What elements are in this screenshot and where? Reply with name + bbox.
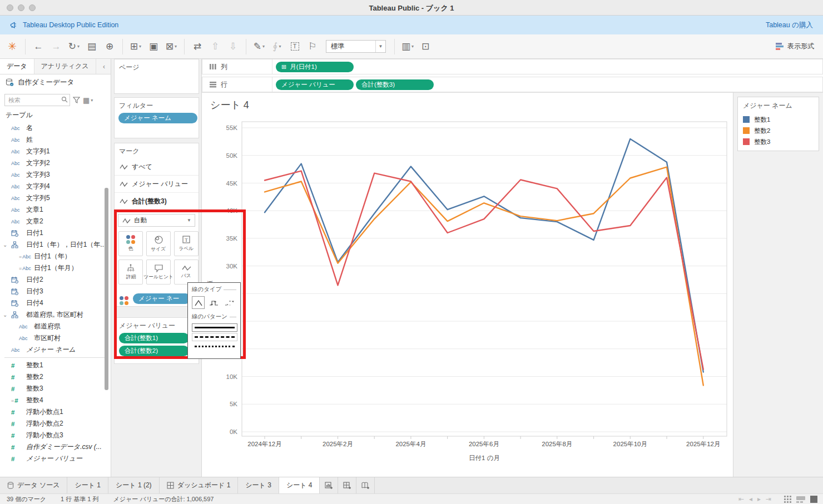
field-item[interactable]: Abc文字列3 xyxy=(0,169,111,181)
swap-axes-button[interactable]: ⇄ xyxy=(190,38,205,55)
field-item[interactable]: #浮動小数点1 xyxy=(0,406,111,418)
field-item[interactable]: Abc文章2 xyxy=(0,216,111,227)
field-item[interactable]: #メジャー バリュー xyxy=(0,453,111,465)
field-item[interactable]: Abc文字列2 xyxy=(0,157,111,169)
new-story-tab-button[interactable] xyxy=(356,477,375,493)
field-item[interactable]: #整数2 xyxy=(0,371,111,383)
marks-card-row[interactable]: メジャー バリュー xyxy=(115,176,199,193)
rows-shelf[interactable]: 行 メジャー バリュー合計(整数3) xyxy=(202,77,823,92)
maximize-window-icon[interactable] xyxy=(29,4,36,11)
line-type-jump-button[interactable] xyxy=(224,296,236,309)
highlight-button[interactable]: ✎▾ xyxy=(251,38,267,55)
field-item[interactable]: 日付3 xyxy=(0,286,111,297)
sheet-tab-シート 4[interactable]: シート 4 xyxy=(279,477,320,493)
sort-descending-button[interactable]: ⇩ xyxy=(225,38,241,55)
field-item[interactable]: =Abc日付1（年） xyxy=(0,251,111,262)
line-pattern-dotted-button[interactable] xyxy=(192,342,237,351)
field-item[interactable]: 日付1 xyxy=(0,227,111,239)
field-item[interactable]: #整数1 xyxy=(0,360,111,371)
field-item[interactable]: Abc都道府県 xyxy=(0,321,111,332)
expander-icon[interactable]: ⌄ xyxy=(3,312,7,318)
line-type-straight-button[interactable] xyxy=(192,296,205,309)
filter-pill[interactable]: メジャー ネーム xyxy=(118,113,197,123)
first-page-icon[interactable]: ⇤ xyxy=(738,495,744,503)
expander-icon[interactable]: ⌄ xyxy=(3,242,7,248)
minimize-window-icon[interactable] xyxy=(18,4,24,11)
field-item[interactable]: 日付4 xyxy=(0,297,111,309)
textbox-button[interactable]: T xyxy=(287,38,303,55)
presentation-button[interactable]: ⊡ xyxy=(418,38,433,55)
format-combobox[interactable]: 標準▼ xyxy=(326,40,386,53)
close-window-icon[interactable] xyxy=(7,4,13,11)
measure-values-pill[interactable]: 合計(整数1) xyxy=(119,333,189,343)
field-item[interactable]: Abc市区町村 xyxy=(0,332,111,344)
rows-pill[interactable]: メジャー バリュー xyxy=(276,79,354,90)
single-view-icon[interactable] xyxy=(810,496,817,503)
field-item[interactable]: #整数3 xyxy=(0,383,111,395)
sort-ascending-button[interactable]: ⇧ xyxy=(207,38,223,55)
last-page-icon[interactable]: ⇥ xyxy=(766,495,771,503)
collapse-pane-icon[interactable]: ‹ xyxy=(97,59,111,74)
buy-tableau-link[interactable]: Tableau の購入 xyxy=(766,21,813,30)
field-item[interactable]: Abc文字列4 xyxy=(0,181,111,192)
new-dashboard-tab-button[interactable] xyxy=(338,477,356,493)
field-item[interactable]: =Abc日付1（年月） xyxy=(0,262,111,274)
data-pane-tab-analytics[interactable]: アナリティクス xyxy=(34,59,96,74)
show-me-button[interactable]: 表示形式 xyxy=(775,42,814,51)
paperclip-button[interactable]: ∮▾ xyxy=(269,38,285,55)
search-input[interactable] xyxy=(4,94,70,106)
field-item[interactable]: 日付2 xyxy=(0,274,111,286)
save-button[interactable]: ▤ xyxy=(84,38,100,55)
sheet-tab-データ ソース[interactable]: データ ソース xyxy=(0,477,67,493)
legend-item[interactable]: 整数2 xyxy=(738,125,819,136)
labels-button[interactable]: ▥▾ xyxy=(400,38,415,55)
color-pill[interactable]: メジャー ネー xyxy=(133,293,191,304)
expand-field-icon[interactable]: ⊞ xyxy=(281,63,286,71)
redo-button[interactable]: ↻▾ xyxy=(66,38,82,55)
field-item[interactable]: Abc名 xyxy=(0,122,111,134)
mark-button-詳細[interactable]: 詳細 xyxy=(118,260,143,285)
sheet-tab-シート 1[interactable]: シート 1 xyxy=(67,477,108,493)
sidebar-scrollbar[interactable] xyxy=(105,188,108,390)
add-datasource-button[interactable]: ⊕ xyxy=(102,38,117,55)
field-item[interactable]: Abc文字列1 xyxy=(0,146,111,157)
tableau-logo-icon[interactable]: ✳ xyxy=(4,38,20,55)
duplicate-sheet-button[interactable]: ▣ xyxy=(146,38,161,55)
mark-button-ツールヒント[interactable]: ツールヒント xyxy=(146,260,171,285)
columns-shelf[interactable]: 列 ⊞月(日付1) xyxy=(202,59,823,74)
legend-item[interactable]: 整数3 xyxy=(738,136,819,147)
view-options-icon[interactable]: ▦▾ xyxy=(83,96,93,104)
sheet-tab-ダッシュボード 1[interactable]: ダッシュボード 1 xyxy=(160,477,239,493)
field-item[interactable]: ⌄都道府県, 市区町村 xyxy=(0,309,111,321)
new-worksheet-button[interactable]: ⊞▾ xyxy=(128,38,143,55)
data-pane-tab-data[interactable]: データ xyxy=(0,59,34,74)
next-page-icon[interactable]: ▸ xyxy=(757,495,761,503)
mark-button-ラベル[interactable]: Tラベル xyxy=(174,231,199,256)
forward-button[interactable]: → xyxy=(48,38,64,55)
marks-card-row[interactable]: 合計(整数3) xyxy=(115,193,199,210)
line-chart[interactable]: 0K5K10K15K20K25K30K35K40K45K50K55K2024年1… xyxy=(202,117,730,476)
field-item[interactable]: #浮動小数点3 xyxy=(0,430,111,441)
filter-fields-icon[interactable] xyxy=(73,97,80,103)
measure-values-pill[interactable]: 合計(整数2) xyxy=(119,346,189,356)
line-type-step-button[interactable] xyxy=(207,296,220,309)
back-button[interactable]: ← xyxy=(31,38,46,55)
legend-item[interactable]: 整数1 xyxy=(738,114,819,125)
field-item[interactable]: Abc姓 xyxy=(0,134,111,146)
prev-page-icon[interactable]: ◂ xyxy=(749,495,752,503)
field-item[interactable]: Abcメジャー ネーム xyxy=(0,344,111,356)
mark-button-パス[interactable]: パス xyxy=(174,260,199,285)
field-item[interactable]: Abc文字列5 xyxy=(0,192,111,204)
grid-view-icon[interactable] xyxy=(784,496,791,503)
sheet-tab-シート 1 (2)[interactable]: シート 1 (2) xyxy=(108,477,160,493)
rows-pill[interactable]: 合計(整数3) xyxy=(356,79,434,90)
sheet-tab-シート 3[interactable]: シート 3 xyxy=(238,477,279,493)
field-item[interactable]: ⌄日付1（年），日付1（年... xyxy=(0,239,111,251)
mark-button-色[interactable]: 色 xyxy=(118,231,143,256)
line-pattern-dashed-button[interactable] xyxy=(192,333,237,341)
datasource-item[interactable]: 自作ダミーデータ xyxy=(0,74,111,90)
columns-pill[interactable]: ⊞月(日付1) xyxy=(276,62,354,72)
mark-type-dropdown[interactable]: 自動 ▼ xyxy=(118,214,195,227)
field-item[interactable]: #浮動小数点2 xyxy=(0,418,111,430)
field-item[interactable]: #自作ダミーデータ.csv (... xyxy=(0,441,111,453)
